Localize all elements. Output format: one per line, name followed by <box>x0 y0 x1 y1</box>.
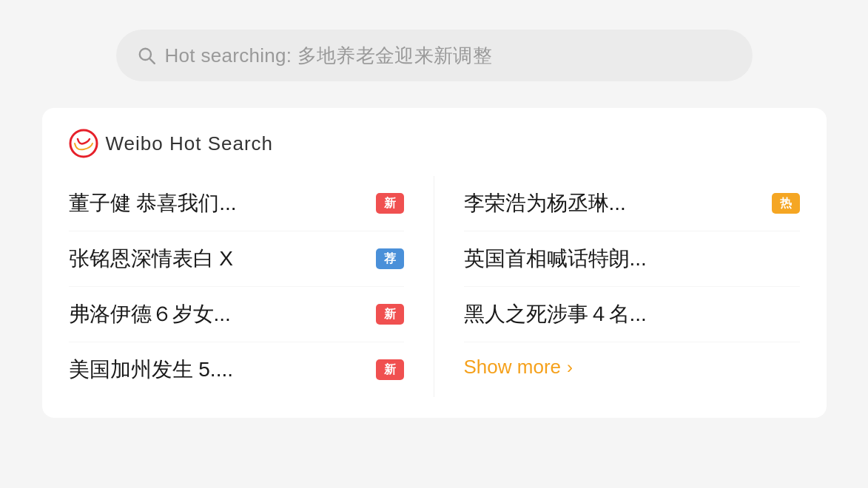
search-icon <box>137 46 156 65</box>
search-placeholder-text: Hot searching: 多地养老金迎来新调整 <box>165 43 492 69</box>
list-item[interactable]: 张铭恩深情表白 X 荐 <box>69 231 404 287</box>
badge-new: 新 <box>376 193 404 214</box>
badge-hot: 热 <box>772 193 800 214</box>
item-text: 英国首相喊话特朗... <box>464 245 800 273</box>
svg-point-0 <box>139 49 150 60</box>
svg-line-1 <box>149 59 154 64</box>
badge-new: 新 <box>376 359 404 380</box>
weibo-header: Weibo Hot Search <box>69 129 800 158</box>
item-text: 张铭恩深情表白 X <box>69 245 369 273</box>
list-item[interactable]: 董子健 恭喜我们... 新 <box>69 176 404 231</box>
weibo-section-title: Weibo Hot Search <box>106 132 274 155</box>
right-column: 李荣浩为杨丞琳... 热 英国首相喊话特朗... 黑人之死涉事４名... Sho… <box>434 176 800 397</box>
item-text: 黑人之死涉事４名... <box>464 300 800 328</box>
weibo-logo-icon <box>69 129 98 158</box>
search-bar[interactable]: Hot searching: 多地养老金迎来新调整 <box>116 30 753 81</box>
badge-rec: 荐 <box>376 248 404 269</box>
item-text: 弗洛伊德６岁女... <box>69 300 369 328</box>
chevron-right-icon: › <box>567 357 573 378</box>
list-item[interactable]: 黑人之死涉事４名... <box>464 287 800 342</box>
weibo-section: Weibo Hot Search 董子健 恭喜我们... 新 张铭恩深情表白 X… <box>42 108 827 418</box>
item-text: 美国加州发生 5.... <box>69 356 369 384</box>
badge-new: 新 <box>376 304 404 325</box>
item-text: 董子健 恭喜我们... <box>69 189 369 217</box>
list-item[interactable]: 弗洛伊德６岁女... 新 <box>69 287 404 342</box>
page-container: Hot searching: 多地养老金迎来新调整 Weibo Hot Sear… <box>0 0 868 488</box>
list-item[interactable]: 美国加州发生 5.... 新 <box>69 342 404 397</box>
hot-list: 董子健 恭喜我们... 新 张铭恩深情表白 X 荐 弗洛伊德６岁女... 新 美… <box>69 176 800 397</box>
show-more-row[interactable]: Show more › <box>464 342 800 379</box>
list-item[interactable]: 李荣浩为杨丞琳... 热 <box>464 176 800 231</box>
left-column: 董子健 恭喜我们... 新 张铭恩深情表白 X 荐 弗洛伊德６岁女... 新 美… <box>69 176 434 397</box>
item-text: 李荣浩为杨丞琳... <box>464 189 764 217</box>
show-more-text: Show more <box>464 356 562 379</box>
list-item[interactable]: 英国首相喊话特朗... <box>464 231 800 287</box>
